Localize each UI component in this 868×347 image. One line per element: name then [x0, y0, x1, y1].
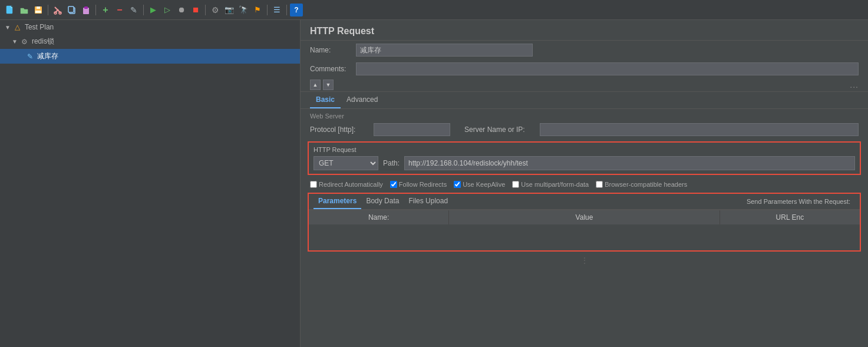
svg-rect-12: [84, 6, 88, 9]
start-no-pause-icon[interactable]: ▷: [161, 4, 174, 16]
drag-icon: ⋮: [581, 256, 588, 265]
col-value-header: Value: [449, 210, 720, 224]
panel-title: HTTP Request: [310, 26, 374, 36]
settings-icon[interactable]: ⚙: [209, 4, 222, 16]
svg-rect-10: [68, 6, 74, 12]
drag-handle[interactable]: ⋮: [301, 254, 868, 267]
multipart-option[interactable]: Use multipart/form-data: [512, 181, 589, 188]
test-plan-label: Test Plan: [25, 23, 54, 31]
jian-ku-cun-label: 减库存: [37, 51, 58, 61]
main-tabs: Basic Advanced: [301, 92, 868, 109]
arrow-redis-lock: ▼: [12, 38, 18, 45]
web-server-row: Protocol [http]: Server Name or IP:: [301, 121, 868, 138]
comments-input[interactable]: [356, 62, 859, 75]
toolbar-separator-5: [267, 5, 268, 15]
params-tab-files-upload[interactable]: Files Upload: [404, 194, 453, 209]
panel-header: HTTP Request: [301, 20, 868, 41]
sidebar-item-redis-lock[interactable]: ▼ ⚙ redis锁: [0, 34, 300, 49]
new-icon[interactable]: [4, 4, 16, 16]
protocol-label: Protocol [http]:: [310, 125, 369, 134]
name-label: Name:: [310, 46, 351, 54]
col-name-header: Name:: [309, 210, 449, 224]
content-area: Web Server Protocol [http]: Server Name …: [301, 109, 868, 347]
web-server-section-label: Web Server: [301, 109, 868, 121]
redirect-auto-option[interactable]: Redirect Automatically: [310, 181, 383, 188]
pen-icon[interactable]: ✎: [127, 4, 140, 16]
protocol-input[interactable]: [374, 123, 450, 136]
multipart-checkbox[interactable]: [512, 181, 519, 188]
redis-lock-icon: ⚙: [20, 37, 29, 47]
paste-icon[interactable]: [80, 4, 93, 16]
options-row: Redirect Automatically Follow Redirects …: [301, 179, 868, 190]
right-panel: HTTP Request Name: Comments: ▲ ▼ ... Bas…: [301, 20, 868, 347]
path-input[interactable]: [404, 156, 855, 170]
arrow-jian-ku-cun: [21, 53, 23, 60]
http-request-box-title: HTTP Request: [313, 146, 855, 153]
arrows-row: ▲ ▼ ...: [301, 78, 868, 92]
follow-redirects-checkbox[interactable]: [390, 181, 397, 188]
tab-advanced[interactable]: Advanced: [341, 92, 384, 108]
send-params-label: Send Parameters With the Request:: [453, 196, 855, 207]
params-tab-body-data[interactable]: Body Data: [361, 194, 404, 209]
move-down-button[interactable]: ▼: [323, 80, 334, 90]
name-row: Name:: [301, 41, 868, 60]
binoculars-icon[interactable]: 🔭: [237, 4, 250, 16]
params-box: Parameters Body Data Files Upload Send P…: [308, 193, 861, 252]
params-tab-parameters[interactable]: Parameters: [313, 194, 361, 209]
comments-row: Comments:: [301, 60, 868, 78]
redirect-auto-checkbox[interactable]: [310, 181, 317, 188]
keepalive-label: Use KeepAlive: [463, 181, 505, 188]
browser-compat-label: Browser-compatible headers: [605, 181, 687, 188]
save-icon[interactable]: [32, 4, 45, 16]
browser-compat-option[interactable]: Browser-compatible headers: [596, 181, 687, 188]
copy-icon[interactable]: [65, 4, 78, 16]
keepalive-option[interactable]: Use KeepAlive: [454, 181, 505, 188]
jian-ku-cun-icon: ✎: [25, 52, 35, 61]
open-icon[interactable]: [18, 4, 31, 16]
multipart-label: Use multipart/form-data: [521, 181, 589, 188]
comments-label: Comments:: [310, 65, 351, 73]
move-up-button[interactable]: ▲: [310, 80, 321, 90]
path-label: Path:: [383, 159, 400, 167]
http-method-row: GET POST PUT DELETE HEAD OPTIONS PATCH P…: [313, 156, 855, 170]
svg-rect-3: [37, 6, 40, 9]
toolbar-separator-6: [286, 5, 287, 15]
server-input[interactable]: [540, 123, 859, 136]
method-select[interactable]: GET POST PUT DELETE HEAD OPTIONS PATCH: [313, 156, 378, 170]
toolbar-separator-4: [205, 5, 206, 15]
test-plan-icon: △: [13, 22, 22, 32]
remove-element-icon[interactable]: −: [113, 4, 126, 16]
toolbar-separator-2: [95, 5, 96, 15]
tab-basic[interactable]: Basic: [310, 92, 341, 108]
server-label: Server Name or IP:: [464, 125, 535, 134]
arrow-test-plan: ▼: [5, 24, 11, 31]
params-tabs: Parameters Body Data Files Upload Send P…: [309, 194, 860, 210]
redirect-auto-label: Redirect Automatically: [319, 181, 383, 188]
camera-icon[interactable]: 📷: [223, 4, 236, 16]
cut-icon[interactable]: [51, 4, 64, 16]
toolbar-separator-1: [48, 5, 48, 15]
toolbar: + − ✎ ▶ ▷ ⏺ ⏹ ⚙ 📷 🔭 ⚑ ☰ ?: [0, 0, 868, 20]
col-urlenc-header: URL Enc: [720, 210, 860, 224]
name-input[interactable]: [356, 44, 533, 57]
more-options-button[interactable]: ...: [850, 80, 859, 90]
help-icon[interactable]: ?: [290, 4, 303, 16]
keepalive-checkbox[interactable]: [454, 181, 461, 188]
sidebar-item-jian-ku-cun[interactable]: ✎ 减库存: [0, 49, 300, 64]
start-icon[interactable]: ▶: [147, 4, 160, 16]
redis-lock-label: redis锁: [32, 37, 54, 47]
sidebar-empty: [0, 64, 300, 347]
toolbar-separator-3: [143, 5, 144, 15]
params-header-row: Name: Value URL Enc: [309, 210, 860, 224]
svg-rect-4: [35, 11, 41, 13]
follow-redirects-label: Follow Redirects: [399, 181, 447, 188]
browser-compat-checkbox[interactable]: [596, 181, 603, 188]
flag-icon[interactable]: ⚑: [251, 4, 264, 16]
add-element-icon[interactable]: +: [99, 4, 112, 16]
follow-redirects-option[interactable]: Follow Redirects: [390, 181, 447, 188]
pause-icon[interactable]: ⏺: [175, 4, 188, 16]
main-content: ▼ △ Test Plan ▼ ⚙ redis锁 ✎ 减库存 HTTP Requ…: [0, 20, 868, 347]
sidebar-item-test-plan[interactable]: ▼ △ Test Plan: [0, 20, 300, 34]
stop-icon[interactable]: ⏹: [189, 4, 202, 16]
list-icon[interactable]: ☰: [270, 4, 283, 16]
